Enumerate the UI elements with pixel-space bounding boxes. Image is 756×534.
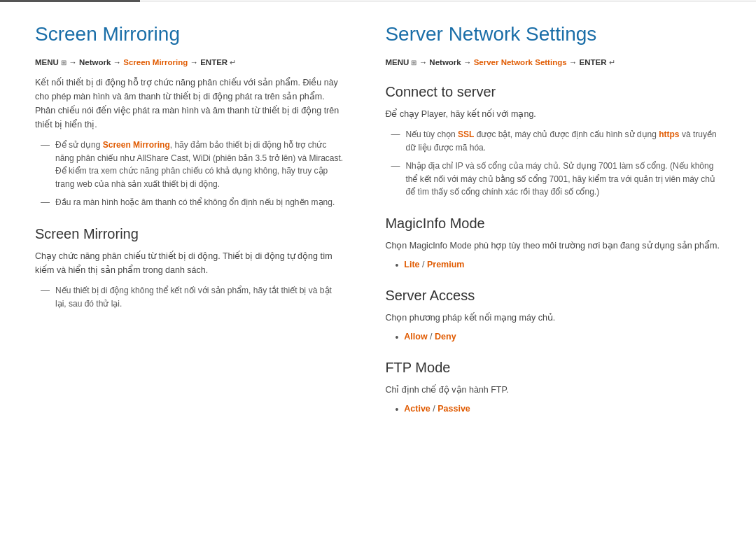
magicinfo-mode-highlight: MagicInfo Mode <box>410 241 472 251</box>
left-menu-path: MENU ⊞ → Network → Screen Mirroring → EN… <box>35 58 343 67</box>
enter-icon-right: ↵ <box>609 58 615 66</box>
connect-to-server-body: Để chạy Player, hãy kết nối với mạng. <box>385 107 721 121</box>
right-dash-text-1: Nếu tùy chọn SSL được bật, máy chủ được … <box>405 128 721 154</box>
right-dash-text-2: Nhập địa chỉ IP và số cổng của máy chủ. … <box>405 160 721 199</box>
dash-icon-3: — <box>41 285 50 295</box>
network-left: Network <box>79 58 111 66</box>
left-panel: Screen Mirroring MENU ⊞ → Network → Scre… <box>35 2 364 418</box>
bullet-dot-2: • <box>395 332 398 343</box>
left-dash-item-2: — Đầu ra màn hình hoặc âm thanh có thể k… <box>35 196 343 209</box>
left-intro-text: Kết nối thiết bị di động hỗ trợ chức năn… <box>35 76 343 132</box>
left-section-title: Screen Mirroring <box>35 23 343 45</box>
screen-mirroring-subsection-title: Screen Mirroring <box>35 226 343 242</box>
server-access-body: Chọn phương pháp kết nối mạng máy chủ. <box>385 311 721 325</box>
arrow2-left: → <box>113 58 124 66</box>
deny-highlight: Deny <box>435 332 456 342</box>
dash-text-3: Nếu thiết bị di động không thể kết nối v… <box>55 284 343 310</box>
magicinfo-mode-body: Chọn MagicInfo Mode phù hợp tùy theo môi… <box>385 239 721 253</box>
premium-highlight: Premium <box>427 260 465 269</box>
menu-icon-left: ⊞ <box>61 59 66 66</box>
arrow1-left: → <box>69 58 79 66</box>
top-line-right <box>140 1 756 1</box>
left-dash-item-1: — Để sử dụng Screen Mirroring, hãy đảm b… <box>35 139 343 190</box>
enter-icon-left: ↵ <box>230 58 236 66</box>
screen-mirroring-highlight: Screen Mirroring <box>123 58 188 66</box>
server-network-highlight: Server Network Settings <box>474 58 567 66</box>
magicinfo-bullet: • Lite / Premium <box>385 260 721 271</box>
server-access-title: Server Access <box>385 288 721 304</box>
connect-to-server-title: Connect to server <box>385 84 721 100</box>
screen-mirroring-body: Chạy chức năng phân chiếu từ thiết bị di… <box>35 249 343 277</box>
player-highlight: Player <box>421 109 446 119</box>
bullet-dot-3: • <box>395 404 398 415</box>
right-dash-item-1: — Nếu tùy chọn SSL được bật, máy chủ đượ… <box>385 128 721 154</box>
arrow1-right: → <box>419 58 430 66</box>
screen-mirroring-inline: Screen Mirroring <box>103 140 170 150</box>
right-menu-path: MENU ⊞ → Network → Server Network Settin… <box>385 58 721 67</box>
network-right: Network <box>429 58 461 66</box>
right-section-title: Server Network Settings <box>385 23 721 45</box>
right-dash-item-2: — Nhập địa chỉ IP và số cổng của máy chủ… <box>385 160 721 199</box>
active-highlight: Active <box>404 404 430 414</box>
arrow3-right: → ENTER <box>569 58 609 66</box>
ftp-mode-options: Active / Passive <box>404 404 470 414</box>
right-dash-icon-2: — <box>391 160 400 171</box>
ftp-mode-bullet: • Active / Passive <box>385 404 721 415</box>
ftp-mode-title: FTP Mode <box>385 360 721 376</box>
server-access-bullet: • Allow / Deny <box>385 332 721 343</box>
dash-icon-1: — <box>41 139 50 150</box>
left-dash-item-3: — Nếu thiết bị di động không thể kết nối… <box>35 284 343 310</box>
dash-icon-2: — <box>41 197 50 207</box>
ftp-mode-body: Chỉ định chế độ vận hành FTP. <box>385 383 721 397</box>
dash-text-2: Đầu ra màn hình hoặc âm thanh có thể khô… <box>55 196 335 209</box>
main-container: Screen Mirroring MENU ⊞ → Network → Scre… <box>0 2 756 418</box>
menu-icon-right: ⊞ <box>411 59 416 66</box>
magicinfo-mode-title: MagicInfo Mode <box>385 216 721 232</box>
ssl-highlight: SSL <box>458 129 474 139</box>
https-highlight: https <box>659 129 679 139</box>
right-dash-icon-1: — <box>391 129 400 139</box>
menu-prefix-right: MENU <box>385 58 411 66</box>
allow-highlight: Allow <box>404 332 427 342</box>
arrow2-right: → <box>463 58 474 66</box>
menu-prefix: MENU <box>35 58 61 66</box>
arrow3-left: → ENTER <box>190 58 230 66</box>
dash-text-1: Để sử dụng Screen Mirroring, hãy đảm bảo… <box>55 139 343 190</box>
passive-highlight: Passive <box>438 404 470 414</box>
right-panel: Server Network Settings MENU ⊞ → Network… <box>364 2 721 418</box>
magicinfo-options: Lite / Premium <box>404 260 464 269</box>
server-access-options: Allow / Deny <box>404 332 456 342</box>
bullet-dot-1: • <box>395 260 398 271</box>
lite-highlight: Lite <box>404 260 419 269</box>
